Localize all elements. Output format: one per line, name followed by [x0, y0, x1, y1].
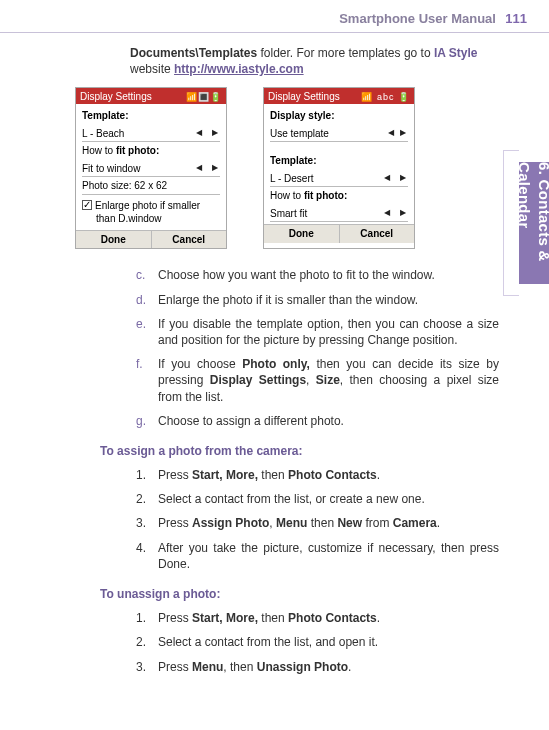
fit-value: Smart fit: [270, 207, 307, 221]
page-number: 111: [505, 11, 527, 26]
done-softkey: Done: [76, 231, 152, 249]
cancel-softkey: Cancel: [340, 225, 415, 243]
step-c: c.Choose how you want the photo to fit t…: [158, 267, 499, 283]
assign-step-2: 2.Select a contact from the list, or cre…: [158, 491, 499, 507]
step-e: e.If you disable the template option, th…: [158, 316, 499, 348]
phone-mock-right: Display Settings 📶 abc 🔋 Display style: …: [263, 87, 415, 250]
assign-step-1: 1.Press Start, More, then Photo Contacts…: [158, 467, 499, 483]
checkbox-icon: [82, 200, 92, 210]
cancel-softkey: Cancel: [152, 231, 227, 249]
status-icons: 📶 abc 🔋: [361, 91, 410, 103]
intro-block: Documents\Templates folder. For more tem…: [0, 45, 549, 77]
manual-title: Smartphone User Manual: [339, 11, 496, 26]
arrows-icon: ◀ ▶: [196, 128, 220, 139]
status-icons: 📶🔳🔋: [186, 91, 222, 103]
fit-value: Fit to window: [82, 162, 140, 176]
section-assign-camera: To assign a photo from the camera:: [100, 443, 499, 459]
step-d: d.Enlarge the photo if it is smaller tha…: [158, 292, 499, 308]
enlarge-check-a: Enlarge photo if smaller: [95, 200, 200, 211]
enlarge-check-b: than D.window: [96, 213, 162, 224]
arrows-icon: ◀ ▶: [384, 208, 408, 219]
phone-title: Display Settings: [268, 90, 340, 104]
phone-titlebar: Display Settings 📶 abc 🔋: [264, 88, 414, 105]
folder-path: Documents\Templates: [130, 46, 257, 60]
chapter-tab: 6. Contacts & Calendar: [519, 162, 549, 284]
style-value: Use template: [270, 127, 329, 141]
phone-titlebar: Display Settings 📶🔳🔋: [76, 88, 226, 105]
brand-url[interactable]: http://www.iastyle.com: [174, 62, 304, 76]
assign-steps: 1.Press Start, More, then Photo Contacts…: [130, 467, 499, 572]
intro-text: Documents\Templates folder. For more tem…: [130, 45, 499, 77]
chapter-tab-label: 6. Contacts & Calendar: [514, 162, 549, 284]
section-unassign: To unassign a photo:: [100, 586, 499, 602]
assign-step-4: 4.After you take the picture, customize …: [158, 540, 499, 572]
template-value: L - Beach: [82, 127, 124, 141]
template-label: Template:: [82, 109, 129, 123]
step-g: g.Choose to assign a different photo.: [158, 413, 499, 429]
unassign-step-3: 3.Press Menu, then Unassign Photo.: [158, 659, 499, 675]
assign-step-3: 3.Press Assign Photo, Menu then New from…: [158, 515, 499, 531]
template-label: Template:: [270, 154, 317, 168]
fit-label: How to fit photo:: [270, 189, 347, 203]
arrows-icon: ◀ ▶: [388, 128, 408, 139]
photo-size: Photo size: 62 x 62: [82, 179, 167, 193]
template-value: L - Desert: [270, 172, 314, 186]
fit-label: How to fit photo:: [82, 144, 159, 158]
unassign-steps: 1.Press Start, More, then Photo Contacts…: [130, 610, 499, 675]
arrows-icon: ◀ ▶: [196, 163, 220, 174]
phone-mockups: Display Settings 📶🔳🔋 Template: L - Beach…: [75, 87, 499, 250]
phone-title: Display Settings: [80, 90, 152, 104]
style-label: Display style:: [270, 109, 334, 123]
step-f: f.If you choose Photo only, then you can…: [158, 356, 499, 405]
lettered-steps: c.Choose how you want the photo to fit t…: [130, 267, 499, 429]
unassign-step-2: 2.Select a contact from the list, and op…: [158, 634, 499, 650]
brand-name: IA Style: [434, 46, 478, 60]
arrows-icon: ◀ ▶: [384, 173, 408, 184]
phone-mock-left: Display Settings 📶🔳🔋 Template: L - Beach…: [75, 87, 227, 250]
unassign-step-1: 1.Press Start, More, then Photo Contacts…: [158, 610, 499, 626]
page-header: Smartphone User Manual 111: [0, 0, 549, 33]
done-softkey: Done: [264, 225, 340, 243]
